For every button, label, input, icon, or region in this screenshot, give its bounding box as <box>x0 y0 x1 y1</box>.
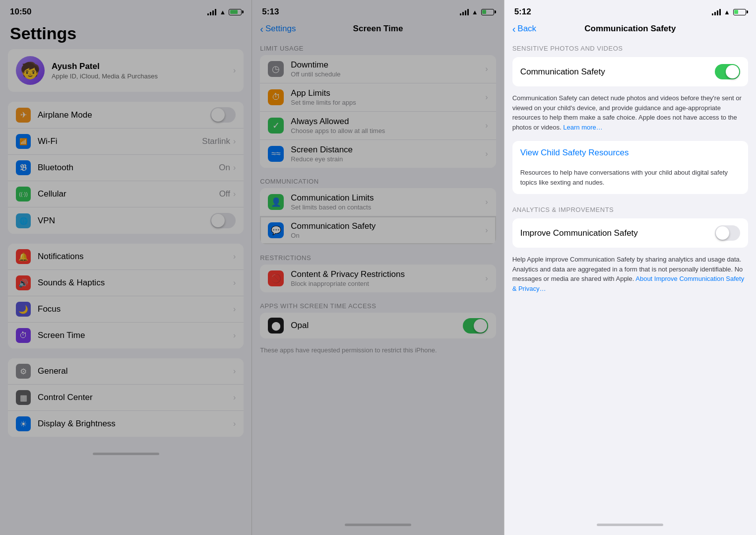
settings-item-wifi[interactable]: 📶 Wi-Fi Starlink › <box>8 129 244 155</box>
section-sensitive-photos: SENSITIVE PHOTOS AND VIDEOS <box>504 38 756 55</box>
comm-safety-description: Communication Safety can detect nude pho… <box>504 89 756 139</box>
nav-bar-2: ‹ Settings Screen Time <box>252 20 504 38</box>
list-item-always-allowed[interactable]: ✓ Always Allowed Choose apps to allow at… <box>260 112 496 140</box>
screen-time-panel: 5:13 ▲ ‹ Settings Screen Time LIMIT USAG… <box>252 0 504 535</box>
downtime-content: Downtime Off until schedule <box>291 60 485 78</box>
downtime-chevron: › <box>485 65 488 73</box>
comm-limits-chevron: › <box>485 198 488 206</box>
general-chevron: › <box>233 367 236 376</box>
control-center-label: Control Center <box>38 393 233 402</box>
improve-comm-safety-toggle[interactable] <box>715 225 740 241</box>
profile-name: Ayush Patel <box>52 62 158 71</box>
comm-safety-chevron: › <box>485 226 488 235</box>
improve-comm-safety-row: Improve Communication Safety <box>512 218 748 248</box>
general-section: ⚙ General › ▦ Control Center › ☀ Display… <box>8 358 244 437</box>
screen-distance-title: Screen Distance <box>291 145 485 155</box>
opal-toggle[interactable] <box>463 318 488 334</box>
comm-limits-icon: 👤 <box>268 194 284 210</box>
bluetooth-chevron: › <box>233 163 236 172</box>
section-communication: COMMUNICATION <box>252 171 504 188</box>
apps-section: ⬤ Opal <box>260 313 496 338</box>
list-item-comm-limits[interactable]: 👤 Communication Limits Set limits based … <box>260 188 496 216</box>
app-limits-content: App Limits Set time limits for apps <box>291 88 485 106</box>
back-label-2: Settings <box>265 24 296 34</box>
settings-item-screen-time[interactable]: ⏱ Screen Time › <box>8 323 244 348</box>
settings-item-bluetooth[interactable]: 𝔅 Bluetooth On › <box>8 155 244 181</box>
comm-safety-icon: 💬 <box>268 222 284 238</box>
back-button-3[interactable]: ‹ Back <box>512 23 536 35</box>
screen-distance-sub: Reduce eye strain <box>291 155 485 163</box>
sounds-chevron: › <box>233 278 236 287</box>
wifi-status-icon: ▲ <box>219 8 226 16</box>
apps-footer: These apps have requested permission to … <box>252 341 504 360</box>
airplane-toggle[interactable] <box>210 107 236 123</box>
signal-icon-3 <box>712 8 721 15</box>
comm-safety-toggle-row: Communication Safety <box>512 57 748 86</box>
comm-safety-content: Communication Safety On <box>291 221 485 239</box>
signal-icon <box>207 8 216 15</box>
section-apps-access: APPS WITH SCREEN TIME ACCESS <box>252 295 504 313</box>
improve-comm-safety-label: Improve Communication Safety <box>520 228 638 238</box>
status-icons-1: ▲ <box>207 8 242 16</box>
list-item-downtime[interactable]: ◷ Downtime Off until schedule › <box>260 55 496 83</box>
notifications-chevron: › <box>233 252 236 261</box>
view-child-safety-link[interactable]: View Child Safety Resources <box>520 148 629 157</box>
analytics-card: Improve Communication Safety <box>512 218 748 248</box>
back-button-2[interactable]: ‹ Settings <box>260 23 296 35</box>
settings-item-sounds[interactable]: 🔊 Sounds & Haptics › <box>8 270 244 296</box>
app-limits-sub: Set time limits for apps <box>291 99 485 106</box>
list-item-content-privacy[interactable]: 🚫 Content & Privacy Restrictions Block i… <box>260 265 496 292</box>
nav-title-3: Communication Safety <box>584 24 676 34</box>
general-icon: ⚙ <box>16 364 31 379</box>
settings-item-display[interactable]: ☀ Display & Brightness › <box>8 411 244 437</box>
content-privacy-title: Content & Privacy Restrictions <box>291 269 485 279</box>
settings-item-focus[interactable]: 🌙 Focus › <box>8 296 244 323</box>
home-indicator-3 <box>597 524 663 526</box>
home-bar-area-3 <box>504 518 756 535</box>
comm-safety-card: Communication Safety <box>512 57 748 86</box>
profile-row[interactable]: 🧒 Ayush Patel Apple ID, iCloud, Media & … <box>8 49 244 92</box>
list-item-comm-safety[interactable]: 💬 Communication Safety On › <box>260 216 496 244</box>
connectivity-section: ✈ Airplane Mode 📶 Wi-Fi Starlink › 𝔅 Blu… <box>8 102 244 234</box>
always-allowed-content: Always Allowed Choose apps to allow at a… <box>291 117 485 134</box>
section-analytics: ANALYTICS & IMPROVEMENTS <box>504 199 756 216</box>
learn-more-link[interactable]: Learn more… <box>563 124 602 131</box>
always-allowed-chevron: › <box>485 121 488 130</box>
vpn-toggle[interactable] <box>210 213 236 228</box>
comm-safety-sub: On <box>291 232 485 239</box>
bluetooth-value: On <box>219 163 230 173</box>
cellular-chevron: › <box>233 190 236 199</box>
comm-safety-toggle[interactable] <box>715 64 740 79</box>
wifi-value: Starlink <box>202 136 230 146</box>
settings-item-cellular[interactable]: ((·)) Cellular Off › <box>8 181 244 207</box>
downtime-title: Downtime <box>291 60 485 70</box>
list-item-opal[interactable]: ⬤ Opal <box>260 313 496 338</box>
avatar: 🧒 <box>16 56 45 85</box>
settings-item-control-center[interactable]: ▦ Control Center › <box>8 385 244 411</box>
content-privacy-content: Content & Privacy Restrictions Block ina… <box>291 269 485 287</box>
sounds-icon: 🔊 <box>16 275 31 290</box>
settings-item-airplane-mode[interactable]: ✈ Airplane Mode <box>8 102 244 129</box>
display-icon: ☀ <box>16 416 31 431</box>
comm-limits-content: Communication Limits Set limits based on… <box>291 193 485 211</box>
page-title: Settings <box>10 24 242 43</box>
screen-distance-content: Screen Distance Reduce eye strain <box>291 145 485 163</box>
screen-distance-chevron: › <box>485 149 488 158</box>
list-item-app-limits[interactable]: ⏱ App Limits Set time limits for apps › <box>260 83 496 112</box>
comm-safety-panel: 5:12 ▲ ‹ Back Communication Safety SENSI… <box>504 0 756 535</box>
settings-item-notifications[interactable]: 🔔 Notifications › <box>8 244 244 270</box>
wifi-chevron: › <box>233 137 236 146</box>
notifications-label: Notifications <box>38 252 233 262</box>
list-item-screen-distance[interactable]: ≈≈ Screen Distance Reduce eye strain › <box>260 140 496 168</box>
nav-title-2: Screen Time <box>353 24 403 34</box>
always-allowed-title: Always Allowed <box>291 117 485 127</box>
section-limit-usage: LIMIT USAGE <box>252 38 504 55</box>
profile-info: Ayush Patel Apple ID, iCloud, Media & Pu… <box>52 62 158 80</box>
home-indicator-2 <box>345 524 411 526</box>
sounds-label: Sounds & Haptics <box>38 278 233 288</box>
settings-item-general[interactable]: ⚙ General › <box>8 358 244 385</box>
downtime-icon: ◷ <box>268 61 284 77</box>
settings-item-vpn[interactable]: 🌐 VPN <box>8 207 244 234</box>
comm-safety-content: SENSITIVE PHOTOS AND VIDEOS Communicatio… <box>504 38 756 518</box>
notifications-icon: 🔔 <box>16 249 31 264</box>
